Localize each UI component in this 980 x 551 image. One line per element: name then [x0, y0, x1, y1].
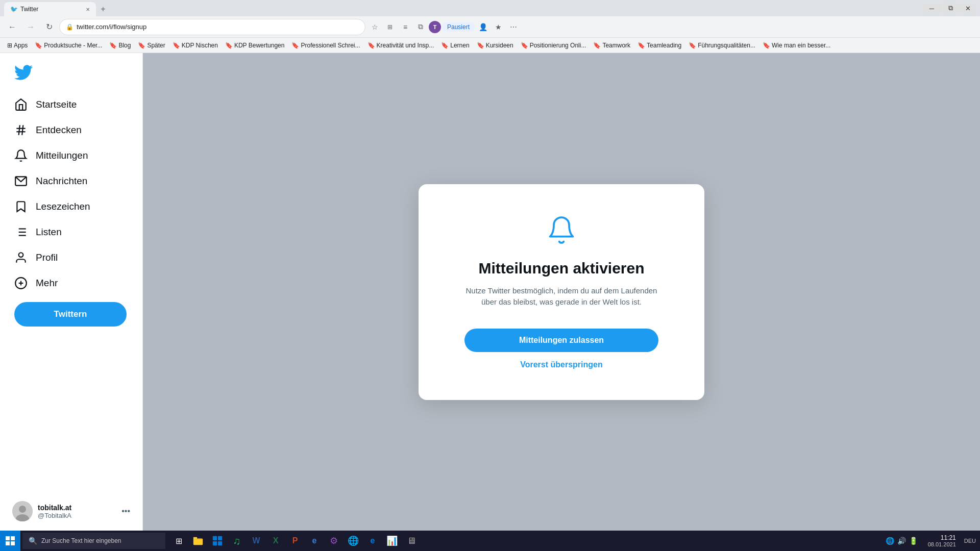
avatar-image: [12, 501, 33, 521]
sidebar-item-startseite[interactable]: Startseite: [6, 92, 136, 117]
svg-line-3: [22, 125, 23, 135]
new-tab-button[interactable]: +: [96, 2, 110, 16]
refresh-button[interactable]: ↻: [41, 19, 57, 35]
volume-icon[interactable]: 🔊: [897, 537, 906, 545]
edge-dev-app[interactable]: e: [305, 531, 324, 551]
favorites-icon[interactable]: ★: [491, 20, 505, 34]
taskview-button[interactable]: ⊞: [169, 531, 188, 551]
bookmark-kdp-bewertungen[interactable]: 🔖 KDP Bewertungen: [222, 41, 288, 50]
sidebar-item-listen[interactable]: Listen: [6, 219, 136, 245]
clock-area[interactable]: 11:21 08.01.2021: [928, 534, 956, 547]
list-icon: [14, 226, 28, 239]
system-tray: 🌐 🔊 🔋: [886, 537, 918, 545]
bookmark-teamleading[interactable]: 🔖 Teamleading: [634, 41, 684, 50]
restore-button[interactable]: ⧉: [943, 3, 958, 13]
bookmark-spaeter[interactable]: 🔖 Später: [135, 41, 168, 50]
bookmark-icon: 🔖: [763, 42, 770, 49]
tab-favicon: 🐦: [10, 6, 17, 13]
twitter-logo[interactable]: [6, 57, 136, 90]
sidebar-item-lesezeichen[interactable]: Lesezeichen: [6, 194, 136, 219]
window-controls: ─ ⧉ ✕: [922, 3, 976, 13]
bookmark-professionell[interactable]: 🔖 Professionell Schrei...: [288, 41, 363, 50]
start-button[interactable]: [0, 531, 20, 551]
allow-notifications-button[interactable]: Mitteilungen zulassen: [464, 329, 658, 352]
tab-title: Twitter: [20, 6, 83, 13]
powerpoint-app[interactable]: P: [286, 531, 304, 551]
bookmark-positionierung[interactable]: 🔖 Positionierung Onli...: [518, 41, 590, 50]
bookmark-fuehrungsqualitaeten[interactable]: 🔖 Führungsqualitäten...: [685, 41, 758, 50]
battery-icon[interactable]: 🔋: [909, 537, 918, 545]
taskbar-search[interactable]: 🔍 Zur Suche Text hier eingeben: [22, 533, 165, 549]
svg-rect-21: [11, 541, 15, 545]
forward-button[interactable]: →: [22, 19, 39, 35]
bookmark-produktsuche[interactable]: 🔖 Produktsuche - Mer...: [32, 41, 105, 50]
bookmark-teamwork[interactable]: 🔖 Teamwork: [590, 41, 633, 50]
bookmark-label: Blog: [118, 42, 131, 49]
extensions-icon[interactable]: ⧉: [413, 20, 428, 34]
bookmark-star-icon[interactable]: ☆: [368, 20, 382, 34]
reader-mode-icon[interactable]: ≡: [398, 20, 412, 34]
minimize-button[interactable]: ─: [922, 4, 941, 13]
bookmark-icon: 🔖: [173, 42, 180, 49]
modal-description: Nutze Twitter bestmöglich, indem du auf …: [464, 285, 658, 308]
sidebar-item-profil[interactable]: Profil: [6, 245, 136, 270]
bookmark-kdp-nischen[interactable]: 🔖 KDP Nischen: [169, 41, 221, 50]
taskbar-time: 11:21: [941, 534, 956, 541]
bookmark-wie-man[interactable]: 🔖 Wie man ein besser...: [760, 41, 834, 50]
sidebar-item-nachrichten[interactable]: Nachrichten: [6, 168, 136, 194]
file-explorer-app[interactable]: [189, 531, 207, 551]
bookmark-icon: 🔖: [225, 42, 233, 49]
back-button[interactable]: ←: [4, 19, 20, 35]
bookmark-apps[interactable]: ⊞ Apps: [4, 41, 31, 50]
windows-logo-icon: [6, 536, 15, 545]
language-indicator: DEU: [964, 538, 976, 544]
hash-icon: [14, 123, 28, 137]
settings-icon[interactable]: ⋯: [506, 20, 521, 34]
skip-notifications-button[interactable]: Vorerst überspringen: [520, 360, 603, 369]
user-card[interactable]: tobitalk.at @TobitalkA •••: [6, 496, 136, 527]
tab-close-button[interactable]: ✕: [86, 7, 90, 12]
svg-rect-27: [218, 541, 222, 545]
active-tab[interactable]: 🐦 Twitter ✕: [4, 2, 96, 16]
edge-app[interactable]: e: [363, 531, 382, 551]
close-button[interactable]: ✕: [960, 4, 976, 13]
bookmark-kreativitaet[interactable]: 🔖 Kreativität und Insp...: [364, 41, 437, 50]
taskmanager-app[interactable]: [208, 531, 227, 551]
paused-label: Pausiert: [447, 23, 470, 31]
apps-icon: ⊞: [7, 42, 12, 49]
sidebar-item-label: Nachrichten: [36, 176, 87, 187]
app-12[interactable]: 📊: [383, 531, 401, 551]
sidebar-item-label: Listen: [36, 227, 62, 238]
taskbar-date: 08.01.2021: [928, 541, 956, 547]
browser-tabs: 🐦 Twitter ✕ +: [4, 0, 110, 16]
spotify-app[interactable]: ♫: [228, 531, 246, 551]
sidebar-item-entdecken[interactable]: Entdecken: [6, 117, 136, 143]
modal-title: Mitteilungen aktivieren: [478, 260, 644, 277]
svg-rect-20: [6, 541, 10, 545]
profile-icon[interactable]: T: [429, 21, 441, 33]
unknown-app-1[interactable]: ⚙: [325, 531, 343, 551]
sidebar-item-mitteilungen[interactable]: Mitteilungen: [6, 143, 136, 168]
bookmarks-bar: ⊞ Apps 🔖 Produktsuche - Mer... 🔖 Blog 🔖 …: [0, 38, 980, 53]
bookmark-kursideen[interactable]: 🔖 Kursideen: [474, 41, 517, 50]
bell-nav-icon: [14, 149, 28, 162]
bookmark-label: Führungsqualitäten...: [698, 42, 755, 49]
bookmark-icon: 🔖: [441, 42, 449, 49]
address-bar[interactable]: 🔒 twitter.com/i/flow/signup: [59, 19, 365, 35]
excel-app[interactable]: X: [266, 531, 285, 551]
file-explorer-icon: [192, 535, 204, 546]
app-13[interactable]: 🖥: [402, 531, 421, 551]
avatar: [12, 501, 33, 521]
word-app[interactable]: W: [247, 531, 265, 551]
sidebar-item-mehr[interactable]: Mehr: [6, 270, 136, 296]
modal-overlay: Mitteilungen aktivieren Nutze Twitter be…: [143, 53, 980, 531]
bookmark-blog[interactable]: 🔖 Blog: [106, 41, 134, 50]
network-icon[interactable]: 🌐: [886, 537, 894, 545]
bookmark-icon: 🔖: [35, 42, 42, 49]
collections-icon[interactable]: ⊞: [383, 20, 397, 34]
browser-profile-icon[interactable]: 👤: [476, 20, 490, 34]
tweet-button[interactable]: Twittern: [14, 302, 127, 327]
chrome-app[interactable]: 🌐: [344, 531, 362, 551]
bookmark-icon: 🔖: [593, 42, 601, 49]
bookmark-lernen[interactable]: 🔖 Lernen: [438, 41, 472, 50]
